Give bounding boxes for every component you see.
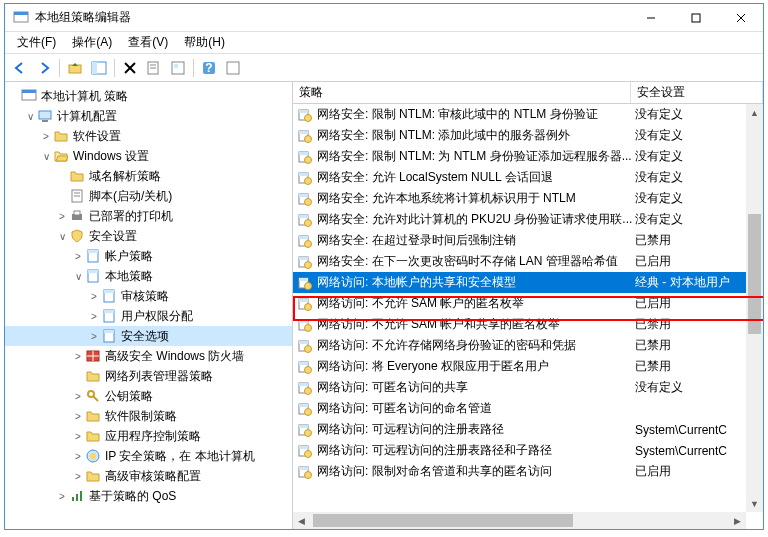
horizontal-scrollbar[interactable]: ◀ ▶: [293, 512, 746, 529]
tree-toggle-icon[interactable]: >: [55, 491, 69, 502]
help-button[interactable]: ?: [198, 57, 220, 79]
maximize-button[interactable]: [673, 4, 718, 31]
scroll-up-arrow[interactable]: ▲: [746, 104, 763, 121]
policy-row[interactable]: 网络访问: 可匿名访问的共享没有定义: [293, 377, 763, 398]
tree-toggle-icon[interactable]: ∨: [55, 231, 69, 242]
column-setting[interactable]: 安全设置: [631, 82, 763, 103]
tree-toggle-icon[interactable]: >: [71, 391, 85, 402]
menu-help[interactable]: 帮助(H): [176, 32, 233, 53]
tree-toggle-icon[interactable]: >: [71, 351, 85, 362]
tree-node-label: 本地策略: [105, 268, 153, 285]
scroll-down-arrow[interactable]: ▼: [746, 495, 763, 512]
tree-panel[interactable]: >本地计算机 策略∨计算机配置>软件设置∨Windows 设置>域名解析策略>脚…: [5, 82, 293, 529]
tree-toggle-icon[interactable]: >: [39, 131, 53, 142]
scroll-thumb-v[interactable]: [748, 214, 761, 334]
policy-row[interactable]: 网络安全: 允许本地系统将计算机标识用于 NTLM没有定义: [293, 188, 763, 209]
scroll-right-arrow[interactable]: ▶: [729, 512, 746, 529]
tree-node[interactable]: >高级安全 Windows 防火墙: [5, 346, 292, 366]
tree-node[interactable]: >域名解析策略: [5, 166, 292, 186]
vertical-scrollbar[interactable]: ▲ ▼: [746, 104, 763, 512]
refresh-button[interactable]: [222, 57, 244, 79]
policy-row[interactable]: 网络访问: 将 Everyone 权限应用于匿名用户已禁用: [293, 356, 763, 377]
tree-toggle-icon[interactable]: >: [87, 311, 101, 322]
tree-node[interactable]: ∨Windows 设置: [5, 146, 292, 166]
policy-row[interactable]: 网络安全: 限制 NTLM: 审核此域中的 NTLM 身份验证没有定义: [293, 104, 763, 125]
help-icon: ?: [201, 60, 217, 76]
policy-row[interactable]: 网络安全: 限制 NTLM: 添加此域中的服务器例外没有定义: [293, 125, 763, 146]
svg-point-94: [305, 429, 312, 436]
minimize-button[interactable]: [628, 4, 673, 31]
policy-name: 网络访问: 不允许 SAM 帐户的匿名枚举: [317, 295, 635, 312]
policy-row[interactable]: 网络访问: 本地帐户的共享和安全模型经典 - 对本地用户: [293, 272, 763, 293]
export-button[interactable]: [143, 57, 165, 79]
policy-row[interactable]: 网络安全: 在下一次更改密码时不存储 LAN 管理器哈希值已启用: [293, 251, 763, 272]
policy-row[interactable]: 网络访问: 不允许 SAM 帐户的匿名枚举已启用: [293, 293, 763, 314]
computer-icon: [37, 108, 53, 124]
folder-icon: [69, 168, 85, 184]
menu-view[interactable]: 查看(V): [120, 32, 176, 53]
tree-node-label: 高级安全 Windows 防火墙: [105, 348, 244, 365]
scroll-left-arrow[interactable]: ◀: [293, 512, 310, 529]
svg-point-73: [305, 282, 312, 289]
policy-row[interactable]: 网络访问: 不允许 SAM 帐户和共享的匿名枚举已禁用: [293, 314, 763, 335]
tree-toggle-icon[interactable]: >: [87, 331, 101, 342]
tree-toggle-icon[interactable]: ∨: [39, 151, 53, 162]
delete-button[interactable]: [119, 57, 141, 79]
menu-action[interactable]: 操作(A): [64, 32, 120, 53]
tree-node[interactable]: >已部署的打印机: [5, 206, 292, 226]
tree-toggle-icon[interactable]: >: [71, 451, 85, 462]
tree-node[interactable]: >基于策略的 QoS: [5, 486, 292, 506]
tree-node[interactable]: >公钥策略: [5, 386, 292, 406]
svg-rect-93: [299, 425, 308, 428]
tree-node[interactable]: ∨计算机配置: [5, 106, 292, 126]
tree-node[interactable]: >软件设置: [5, 126, 292, 146]
tree-node[interactable]: >高级审核策略配置: [5, 466, 292, 486]
policy-row[interactable]: 网络访问: 不允许存储网络身份验证的密码和凭据已禁用: [293, 335, 763, 356]
svg-point-67: [305, 240, 312, 247]
policy-row[interactable]: 网络安全: 允许 LocalSystem NULL 会话回退没有定义: [293, 167, 763, 188]
tree-node[interactable]: >用户权限分配: [5, 306, 292, 326]
folder-icon: [53, 128, 69, 144]
back-button[interactable]: [9, 57, 31, 79]
arrow-left-icon: [12, 60, 28, 76]
tree-toggle-icon[interactable]: >: [71, 251, 85, 262]
up-button[interactable]: [64, 57, 86, 79]
forward-button[interactable]: [33, 57, 55, 79]
tree-node[interactable]: >应用程序控制策略: [5, 426, 292, 446]
tree-toggle-icon[interactable]: >: [71, 411, 85, 422]
svg-point-49: [305, 114, 312, 121]
svg-point-55: [305, 156, 312, 163]
tree-node[interactable]: >IP 安全策略，在 本地计算机: [5, 446, 292, 466]
policy-row[interactable]: 网络安全: 允许对此计算机的 PKU2U 身份验证请求使用联...没有定义: [293, 209, 763, 230]
tree-toggle-icon[interactable]: ∨: [23, 111, 37, 122]
tree-node[interactable]: >帐户策略: [5, 246, 292, 266]
policy-row[interactable]: 网络访问: 可远程访问的注册表路径和子路径System\CurrentC: [293, 440, 763, 461]
policy-row[interactable]: 网络访问: 可远程访问的注册表路径System\CurrentC: [293, 419, 763, 440]
tree-node[interactable]: >安全选项: [5, 326, 292, 346]
policy-row[interactable]: 网络访问: 可匿名访问的命名管道: [293, 398, 763, 419]
menu-file[interactable]: 文件(F): [9, 32, 64, 53]
policy-row[interactable]: 网络安全: 在超过登录时间后强制注销已禁用: [293, 230, 763, 251]
tree-node[interactable]: >脚本(启动/关机): [5, 186, 292, 206]
list-body[interactable]: 网络安全: 限制 NTLM: 审核此域中的 NTLM 身份验证没有定义网络安全:…: [293, 104, 763, 529]
policy-item-icon: [297, 254, 313, 270]
tree-toggle-icon[interactable]: >: [87, 291, 101, 302]
scroll-thumb-h[interactable]: [313, 514, 573, 527]
tree-node[interactable]: >网络列表管理器策略: [5, 366, 292, 386]
policy-row[interactable]: 网络访问: 限制对命名管道和共享的匿名访问已启用: [293, 461, 763, 482]
tree-toggle-icon[interactable]: >: [55, 211, 69, 222]
tree-node[interactable]: >本地计算机 策略: [5, 86, 292, 106]
policy-row[interactable]: 网络安全: 限制 NTLM: 为 NTLM 身份验证添加远程服务器...没有定义: [293, 146, 763, 167]
tree-node[interactable]: >审核策略: [5, 286, 292, 306]
tree-toggle-icon[interactable]: >: [71, 471, 85, 482]
tree-toggle-icon[interactable]: ∨: [71, 271, 85, 282]
show-hide-tree-button[interactable]: [88, 57, 110, 79]
tree-node[interactable]: ∨安全设置: [5, 226, 292, 246]
tree-node[interactable]: >软件限制策略: [5, 406, 292, 426]
column-policy[interactable]: 策略: [293, 82, 631, 103]
tree-toggle-icon[interactable]: >: [71, 431, 85, 442]
close-button[interactable]: [718, 4, 763, 31]
policy-item-icon: [297, 464, 313, 480]
properties-button[interactable]: [167, 57, 189, 79]
tree-node[interactable]: ∨本地策略: [5, 266, 292, 286]
